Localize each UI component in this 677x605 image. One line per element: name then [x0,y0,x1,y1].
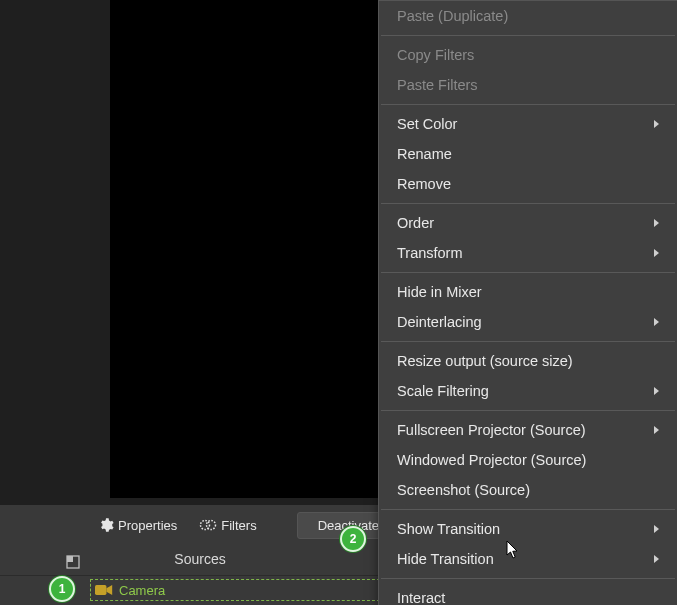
chevron-right-icon [654,219,659,227]
chevron-right-icon [654,555,659,563]
ctx-interact[interactable]: Interact [379,583,677,605]
ctx-show-transition[interactable]: Show Transition [379,514,677,544]
ctx-scale-filtering[interactable]: Scale Filtering [379,376,677,406]
chevron-right-icon [654,426,659,434]
source-item-camera[interactable]: Camera [90,579,380,601]
ctx-paste-filters: Paste Filters [379,70,677,100]
filters-icon [199,517,217,533]
gear-icon [98,517,114,533]
ctx-separator [381,104,675,105]
chevron-right-icon [654,318,659,326]
ctx-rename[interactable]: Rename [379,139,677,169]
sources-title: Sources [174,551,225,567]
ctx-copy-filters[interactable]: Copy Filters [379,40,677,70]
callout-badge-1: 1 [49,576,75,602]
svg-rect-4 [95,585,106,595]
ctx-paste-duplicate: Paste (Duplicate) [379,1,677,31]
chevron-right-icon [654,120,659,128]
properties-button[interactable]: Properties [92,513,183,537]
ctx-transform[interactable]: Transform [379,238,677,268]
ctx-screenshot-source[interactable]: Screenshot (Source) [379,475,677,505]
properties-label: Properties [118,518,177,533]
callout-badge-2: 2 [340,526,366,552]
ctx-set-color[interactable]: Set Color [379,109,677,139]
ctx-windowed-projector[interactable]: Windowed Projector (Source) [379,445,677,475]
chevron-right-icon [654,525,659,533]
ctx-fullscreen-projector[interactable]: Fullscreen Projector (Source) [379,415,677,445]
ctx-remove[interactable]: Remove [379,169,677,199]
ctx-separator [381,341,675,342]
ctx-separator [381,509,675,510]
ctx-hide-transition[interactable]: Hide Transition [379,544,677,574]
source-context-menu: Paste (Duplicate) Copy Filters Paste Fil… [378,0,677,605]
ctx-separator [381,203,675,204]
sources-header: Sources [0,551,400,576]
ctx-resize-output[interactable]: Resize output (source size) [379,346,677,376]
chevron-right-icon [654,249,659,257]
filters-label: Filters [221,518,256,533]
ctx-separator [381,410,675,411]
camera-icon [95,583,113,597]
svg-point-1 [207,521,216,530]
ctx-separator [381,35,675,36]
ctx-hide-in-mixer[interactable]: Hide in Mixer [379,277,677,307]
ctx-separator [381,578,675,579]
ctx-deinterlacing[interactable]: Deinterlacing [379,307,677,337]
chevron-right-icon [654,387,659,395]
ctx-order[interactable]: Order [379,208,677,238]
ctx-separator [381,272,675,273]
source-item-label: Camera [119,583,165,598]
filters-button[interactable]: Filters [193,513,262,537]
